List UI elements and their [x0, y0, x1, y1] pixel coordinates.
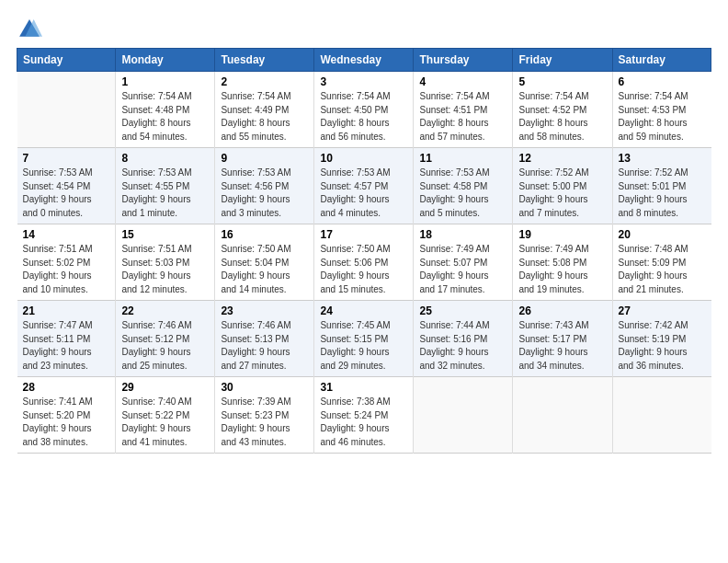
- calendar-table: SundayMondayTuesdayWednesdayThursdayFrid…: [17, 48, 711, 454]
- day-info: Sunrise: 7:52 AMSunset: 5:00 PMDaylight:…: [518, 167, 606, 220]
- day-number: 19: [518, 228, 606, 241]
- calendar-cell: 9Sunrise: 7:53 AMSunset: 4:56 PMDaylight…: [215, 148, 314, 224]
- day-number: 3: [320, 75, 407, 88]
- day-info: Sunrise: 7:53 AMSunset: 4:54 PMDaylight:…: [23, 167, 110, 220]
- day-number: 12: [518, 152, 606, 165]
- day-info: Sunrise: 7:54 AMSunset: 4:48 PMDaylight:…: [121, 90, 209, 144]
- day-number: 14: [23, 228, 110, 241]
- day-info: Sunrise: 7:44 AMSunset: 5:16 PMDaylight:…: [419, 319, 506, 373]
- day-number: 7: [23, 152, 110, 165]
- calendar-cell: 2Sunrise: 7:54 AMSunset: 4:49 PMDaylight…: [215, 72, 314, 148]
- day-info: Sunrise: 7:40 AMSunset: 5:22 PMDaylight:…: [121, 396, 209, 449]
- day-info: Sunrise: 7:49 AMSunset: 5:08 PMDaylight:…: [518, 243, 606, 296]
- calendar-cell: 22Sunrise: 7:46 AMSunset: 5:12 PMDayligh…: [116, 301, 215, 377]
- day-number: 18: [419, 228, 506, 241]
- header-monday: Monday: [116, 49, 215, 72]
- calendar-cell: [17, 72, 116, 148]
- day-info: Sunrise: 7:41 AMSunset: 5:20 PMDaylight:…: [23, 396, 110, 449]
- day-info: Sunrise: 7:53 AMSunset: 4:57 PMDaylight:…: [320, 167, 407, 220]
- calendar-cell: 1Sunrise: 7:54 AMSunset: 4:48 PMDaylight…: [116, 72, 215, 148]
- day-number: 15: [121, 228, 209, 241]
- calendar-cell: 25Sunrise: 7:44 AMSunset: 5:16 PMDayligh…: [414, 301, 513, 377]
- calendar-cell: 16Sunrise: 7:50 AMSunset: 5:04 PMDayligh…: [215, 224, 314, 301]
- day-number: 29: [121, 381, 209, 394]
- calendar-cell: 21Sunrise: 7:47 AMSunset: 5:11 PMDayligh…: [17, 301, 116, 377]
- day-info: Sunrise: 7:53 AMSunset: 4:56 PMDaylight:…: [221, 167, 308, 220]
- day-info: Sunrise: 7:48 AMSunset: 5:09 PMDaylight:…: [619, 243, 706, 296]
- calendar-header-row: SundayMondayTuesdayWednesdayThursdayFrid…: [17, 49, 711, 72]
- day-info: Sunrise: 7:51 AMSunset: 5:02 PMDaylight:…: [23, 243, 110, 296]
- calendar-cell: 26Sunrise: 7:43 AMSunset: 5:17 PMDayligh…: [513, 301, 612, 377]
- day-number: 28: [23, 381, 110, 394]
- calendar-cell: 31Sunrise: 7:38 AMSunset: 5:24 PMDayligh…: [314, 377, 414, 454]
- day-info: Sunrise: 7:53 AMSunset: 4:58 PMDaylight:…: [419, 167, 506, 220]
- calendar-cell: 11Sunrise: 7:53 AMSunset: 4:58 PMDayligh…: [414, 148, 513, 224]
- calendar-cell: 3Sunrise: 7:54 AMSunset: 4:50 PMDaylight…: [314, 72, 414, 148]
- calendar-cell: 15Sunrise: 7:51 AMSunset: 5:03 PMDayligh…: [116, 224, 215, 301]
- header-friday: Friday: [513, 49, 612, 72]
- day-number: 11: [419, 152, 506, 165]
- calendar-cell: 4Sunrise: 7:54 AMSunset: 4:51 PMDaylight…: [414, 72, 513, 148]
- calendar-cell: 10Sunrise: 7:53 AMSunset: 4:57 PMDayligh…: [314, 148, 414, 224]
- calendar-cell: 18Sunrise: 7:49 AMSunset: 5:07 PMDayligh…: [414, 224, 513, 301]
- day-number: 20: [619, 228, 706, 241]
- calendar-cell: [414, 377, 513, 454]
- calendar-cell: 13Sunrise: 7:52 AMSunset: 5:01 PMDayligh…: [612, 148, 711, 224]
- day-info: Sunrise: 7:49 AMSunset: 5:07 PMDaylight:…: [419, 243, 506, 296]
- calendar-cell: 17Sunrise: 7:50 AMSunset: 5:06 PMDayligh…: [314, 224, 414, 301]
- calendar-cell: 8Sunrise: 7:53 AMSunset: 4:55 PMDaylight…: [116, 148, 215, 224]
- day-number: 30: [221, 381, 308, 394]
- week-row-4: 28Sunrise: 7:41 AMSunset: 5:20 PMDayligh…: [17, 377, 711, 454]
- day-number: 25: [419, 304, 506, 317]
- calendar-cell: 27Sunrise: 7:42 AMSunset: 5:19 PMDayligh…: [612, 301, 711, 377]
- day-info: Sunrise: 7:54 AMSunset: 4:52 PMDaylight:…: [518, 90, 606, 144]
- day-number: 1: [121, 75, 209, 88]
- day-number: 5: [518, 75, 606, 88]
- calendar-cell: [612, 377, 711, 454]
- calendar-cell: 20Sunrise: 7:48 AMSunset: 5:09 PMDayligh…: [612, 224, 711, 301]
- calendar-cell: 12Sunrise: 7:52 AMSunset: 5:00 PMDayligh…: [513, 148, 612, 224]
- calendar-cell: 19Sunrise: 7:49 AMSunset: 5:08 PMDayligh…: [513, 224, 612, 301]
- day-info: Sunrise: 7:54 AMSunset: 4:53 PMDaylight:…: [619, 90, 706, 144]
- day-number: 6: [619, 75, 706, 88]
- calendar-cell: 28Sunrise: 7:41 AMSunset: 5:20 PMDayligh…: [17, 377, 116, 454]
- calendar-cell: 5Sunrise: 7:54 AMSunset: 4:52 PMDaylight…: [513, 72, 612, 148]
- calendar-cell: 23Sunrise: 7:46 AMSunset: 5:13 PMDayligh…: [215, 301, 314, 377]
- header-wednesday: Wednesday: [314, 49, 414, 72]
- week-row-3: 21Sunrise: 7:47 AMSunset: 5:11 PMDayligh…: [17, 301, 711, 377]
- logo-icon: [17, 17, 42, 42]
- day-info: Sunrise: 7:50 AMSunset: 5:04 PMDaylight:…: [221, 243, 308, 296]
- day-info: Sunrise: 7:54 AMSunset: 4:49 PMDaylight:…: [221, 90, 308, 144]
- day-number: 22: [121, 304, 209, 317]
- day-info: Sunrise: 7:54 AMSunset: 4:50 PMDaylight:…: [320, 90, 407, 144]
- page-container: SundayMondayTuesdayWednesdayThursdayFrid…: [0, 0, 728, 463]
- day-info: Sunrise: 7:51 AMSunset: 5:03 PMDaylight:…: [121, 243, 209, 296]
- day-number: 26: [518, 304, 606, 317]
- calendar-cell: 6Sunrise: 7:54 AMSunset: 4:53 PMDaylight…: [612, 72, 711, 148]
- calendar-cell: 7Sunrise: 7:53 AMSunset: 4:54 PMDaylight…: [17, 148, 116, 224]
- day-number: 27: [619, 304, 706, 317]
- day-info: Sunrise: 7:39 AMSunset: 5:23 PMDaylight:…: [221, 396, 308, 449]
- header-sunday: Sunday: [17, 49, 116, 72]
- day-number: 10: [320, 152, 407, 165]
- day-number: 9: [221, 152, 308, 165]
- day-number: 16: [221, 228, 308, 241]
- day-number: 17: [320, 228, 407, 241]
- day-info: Sunrise: 7:42 AMSunset: 5:19 PMDaylight:…: [619, 319, 706, 373]
- day-number: 4: [419, 75, 506, 88]
- day-info: Sunrise: 7:46 AMSunset: 5:13 PMDaylight:…: [221, 319, 308, 373]
- day-info: Sunrise: 7:45 AMSunset: 5:15 PMDaylight:…: [320, 319, 407, 373]
- day-info: Sunrise: 7:43 AMSunset: 5:17 PMDaylight:…: [518, 319, 606, 373]
- day-info: Sunrise: 7:47 AMSunset: 5:11 PMDaylight:…: [23, 319, 110, 373]
- calendar-cell: 14Sunrise: 7:51 AMSunset: 5:02 PMDayligh…: [17, 224, 116, 301]
- day-number: 8: [121, 152, 209, 165]
- calendar-cell: [513, 377, 612, 454]
- week-row-2: 14Sunrise: 7:51 AMSunset: 5:02 PMDayligh…: [17, 224, 711, 301]
- logo: [17, 17, 46, 42]
- header-tuesday: Tuesday: [215, 49, 314, 72]
- day-info: Sunrise: 7:53 AMSunset: 4:55 PMDaylight:…: [121, 167, 209, 220]
- day-info: Sunrise: 7:50 AMSunset: 5:06 PMDaylight:…: [320, 243, 407, 296]
- day-info: Sunrise: 7:54 AMSunset: 4:51 PMDaylight:…: [419, 90, 506, 144]
- day-info: Sunrise: 7:52 AMSunset: 5:01 PMDaylight:…: [619, 167, 706, 220]
- day-info: Sunrise: 7:38 AMSunset: 5:24 PMDaylight:…: [320, 396, 407, 449]
